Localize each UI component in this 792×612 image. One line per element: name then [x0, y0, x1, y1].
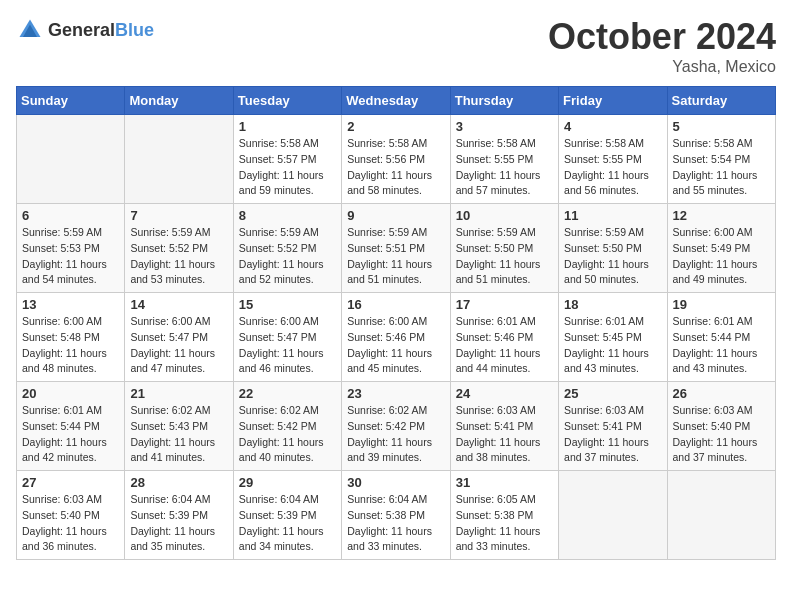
- day-number: 23: [347, 386, 444, 401]
- calendar-cell: 8Sunrise: 5:59 AMSunset: 5:52 PMDaylight…: [233, 204, 341, 293]
- day-info: Sunrise: 6:05 AMSunset: 5:38 PMDaylight:…: [456, 492, 553, 555]
- calendar-header-tuesday: Tuesday: [233, 87, 341, 115]
- day-number: 3: [456, 119, 553, 134]
- day-number: 21: [130, 386, 227, 401]
- calendar-cell: 27Sunrise: 6:03 AMSunset: 5:40 PMDayligh…: [17, 471, 125, 560]
- day-info: Sunrise: 5:58 AMSunset: 5:55 PMDaylight:…: [456, 136, 553, 199]
- day-info: Sunrise: 6:01 AMSunset: 5:45 PMDaylight:…: [564, 314, 661, 377]
- day-number: 9: [347, 208, 444, 223]
- day-info: Sunrise: 6:03 AMSunset: 5:40 PMDaylight:…: [673, 403, 770, 466]
- title-block: October 2024 Yasha, Mexico: [548, 16, 776, 76]
- calendar-cell: 24Sunrise: 6:03 AMSunset: 5:41 PMDayligh…: [450, 382, 558, 471]
- calendar-cell: 18Sunrise: 6:01 AMSunset: 5:45 PMDayligh…: [559, 293, 667, 382]
- day-number: 25: [564, 386, 661, 401]
- day-number: 10: [456, 208, 553, 223]
- day-number: 1: [239, 119, 336, 134]
- day-number: 7: [130, 208, 227, 223]
- calendar-cell: 13Sunrise: 6:00 AMSunset: 5:48 PMDayligh…: [17, 293, 125, 382]
- page-header: GeneralBlue October 2024 Yasha, Mexico: [16, 16, 776, 76]
- calendar-table: SundayMondayTuesdayWednesdayThursdayFrid…: [16, 86, 776, 560]
- logo-general-text: General: [48, 20, 115, 40]
- day-info: Sunrise: 6:01 AMSunset: 5:46 PMDaylight:…: [456, 314, 553, 377]
- day-number: 14: [130, 297, 227, 312]
- calendar-week-row: 1Sunrise: 5:58 AMSunset: 5:57 PMDaylight…: [17, 115, 776, 204]
- calendar-cell: [17, 115, 125, 204]
- calendar-cell: 14Sunrise: 6:00 AMSunset: 5:47 PMDayligh…: [125, 293, 233, 382]
- day-number: 19: [673, 297, 770, 312]
- calendar-cell: 3Sunrise: 5:58 AMSunset: 5:55 PMDaylight…: [450, 115, 558, 204]
- calendar-week-row: 13Sunrise: 6:00 AMSunset: 5:48 PMDayligh…: [17, 293, 776, 382]
- day-number: 4: [564, 119, 661, 134]
- day-info: Sunrise: 5:59 AMSunset: 5:52 PMDaylight:…: [130, 225, 227, 288]
- day-info: Sunrise: 5:59 AMSunset: 5:51 PMDaylight:…: [347, 225, 444, 288]
- day-info: Sunrise: 5:59 AMSunset: 5:52 PMDaylight:…: [239, 225, 336, 288]
- calendar-cell: 5Sunrise: 5:58 AMSunset: 5:54 PMDaylight…: [667, 115, 775, 204]
- calendar-cell: 11Sunrise: 5:59 AMSunset: 5:50 PMDayligh…: [559, 204, 667, 293]
- day-info: Sunrise: 6:00 AMSunset: 5:46 PMDaylight:…: [347, 314, 444, 377]
- day-info: Sunrise: 6:03 AMSunset: 5:41 PMDaylight:…: [564, 403, 661, 466]
- day-info: Sunrise: 6:04 AMSunset: 5:39 PMDaylight:…: [239, 492, 336, 555]
- calendar-cell: 23Sunrise: 6:02 AMSunset: 5:42 PMDayligh…: [342, 382, 450, 471]
- day-number: 17: [456, 297, 553, 312]
- day-number: 27: [22, 475, 119, 490]
- day-number: 18: [564, 297, 661, 312]
- calendar-header-thursday: Thursday: [450, 87, 558, 115]
- day-number: 12: [673, 208, 770, 223]
- day-info: Sunrise: 6:02 AMSunset: 5:42 PMDaylight:…: [347, 403, 444, 466]
- calendar-cell: 12Sunrise: 6:00 AMSunset: 5:49 PMDayligh…: [667, 204, 775, 293]
- day-info: Sunrise: 6:00 AMSunset: 5:47 PMDaylight:…: [130, 314, 227, 377]
- calendar-cell: 15Sunrise: 6:00 AMSunset: 5:47 PMDayligh…: [233, 293, 341, 382]
- day-info: Sunrise: 5:59 AMSunset: 5:53 PMDaylight:…: [22, 225, 119, 288]
- calendar-cell: 4Sunrise: 5:58 AMSunset: 5:55 PMDaylight…: [559, 115, 667, 204]
- day-number: 29: [239, 475, 336, 490]
- day-number: 28: [130, 475, 227, 490]
- calendar-cell: 1Sunrise: 5:58 AMSunset: 5:57 PMDaylight…: [233, 115, 341, 204]
- calendar-cell: 6Sunrise: 5:59 AMSunset: 5:53 PMDaylight…: [17, 204, 125, 293]
- day-info: Sunrise: 5:58 AMSunset: 5:54 PMDaylight:…: [673, 136, 770, 199]
- day-number: 13: [22, 297, 119, 312]
- calendar-week-row: 6Sunrise: 5:59 AMSunset: 5:53 PMDaylight…: [17, 204, 776, 293]
- day-info: Sunrise: 6:00 AMSunset: 5:47 PMDaylight:…: [239, 314, 336, 377]
- day-info: Sunrise: 5:58 AMSunset: 5:57 PMDaylight:…: [239, 136, 336, 199]
- calendar-cell: 19Sunrise: 6:01 AMSunset: 5:44 PMDayligh…: [667, 293, 775, 382]
- logo-blue-text: Blue: [115, 20, 154, 40]
- calendar-cell: 31Sunrise: 6:05 AMSunset: 5:38 PMDayligh…: [450, 471, 558, 560]
- calendar-header-friday: Friday: [559, 87, 667, 115]
- calendar-week-row: 27Sunrise: 6:03 AMSunset: 5:40 PMDayligh…: [17, 471, 776, 560]
- day-number: 11: [564, 208, 661, 223]
- logo: GeneralBlue: [16, 16, 154, 44]
- calendar-header-sunday: Sunday: [17, 87, 125, 115]
- day-number: 5: [673, 119, 770, 134]
- day-number: 31: [456, 475, 553, 490]
- day-number: 2: [347, 119, 444, 134]
- calendar-header-row: SundayMondayTuesdayWednesdayThursdayFrid…: [17, 87, 776, 115]
- day-info: Sunrise: 6:00 AMSunset: 5:49 PMDaylight:…: [673, 225, 770, 288]
- day-info: Sunrise: 6:03 AMSunset: 5:40 PMDaylight:…: [22, 492, 119, 555]
- day-number: 16: [347, 297, 444, 312]
- calendar-cell: 22Sunrise: 6:02 AMSunset: 5:42 PMDayligh…: [233, 382, 341, 471]
- day-info: Sunrise: 6:04 AMSunset: 5:39 PMDaylight:…: [130, 492, 227, 555]
- calendar-cell: 26Sunrise: 6:03 AMSunset: 5:40 PMDayligh…: [667, 382, 775, 471]
- calendar-cell: 30Sunrise: 6:04 AMSunset: 5:38 PMDayligh…: [342, 471, 450, 560]
- day-number: 8: [239, 208, 336, 223]
- calendar-cell: 20Sunrise: 6:01 AMSunset: 5:44 PMDayligh…: [17, 382, 125, 471]
- calendar-cell: [667, 471, 775, 560]
- calendar-cell: 2Sunrise: 5:58 AMSunset: 5:56 PMDaylight…: [342, 115, 450, 204]
- day-number: 20: [22, 386, 119, 401]
- day-info: Sunrise: 5:58 AMSunset: 5:55 PMDaylight:…: [564, 136, 661, 199]
- day-info: Sunrise: 6:02 AMSunset: 5:42 PMDaylight:…: [239, 403, 336, 466]
- day-info: Sunrise: 6:01 AMSunset: 5:44 PMDaylight:…: [22, 403, 119, 466]
- day-number: 26: [673, 386, 770, 401]
- day-info: Sunrise: 6:00 AMSunset: 5:48 PMDaylight:…: [22, 314, 119, 377]
- calendar-cell: 21Sunrise: 6:02 AMSunset: 5:43 PMDayligh…: [125, 382, 233, 471]
- calendar-cell: 10Sunrise: 5:59 AMSunset: 5:50 PMDayligh…: [450, 204, 558, 293]
- month-title: October 2024: [548, 16, 776, 58]
- calendar-cell: 28Sunrise: 6:04 AMSunset: 5:39 PMDayligh…: [125, 471, 233, 560]
- day-number: 15: [239, 297, 336, 312]
- calendar-cell: [125, 115, 233, 204]
- calendar-cell: 9Sunrise: 5:59 AMSunset: 5:51 PMDaylight…: [342, 204, 450, 293]
- calendar-cell: 25Sunrise: 6:03 AMSunset: 5:41 PMDayligh…: [559, 382, 667, 471]
- day-number: 24: [456, 386, 553, 401]
- day-number: 6: [22, 208, 119, 223]
- calendar-header-saturday: Saturday: [667, 87, 775, 115]
